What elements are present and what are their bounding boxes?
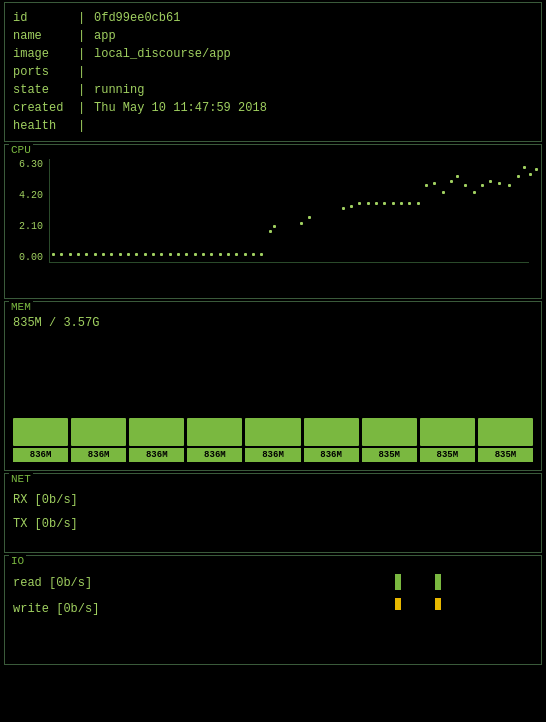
info-val: running bbox=[94, 81, 144, 99]
cpu-dot bbox=[392, 202, 395, 205]
net-label: NET bbox=[9, 473, 33, 485]
mem-label: MEM bbox=[9, 301, 33, 313]
cpu-chart-area bbox=[49, 159, 529, 263]
cpu-chart: 6.30 4.20 2.10 0.00 bbox=[13, 159, 533, 279]
mem-panel: MEM 835M / 3.57G 836M836M836M836M836M836… bbox=[4, 301, 542, 471]
cpu-dot bbox=[269, 230, 272, 233]
mem-bar-block bbox=[13, 418, 68, 446]
cpu-dot bbox=[135, 253, 138, 256]
mem-bar-block bbox=[362, 418, 417, 446]
cpu-dot bbox=[400, 202, 403, 205]
cpu-dot bbox=[498, 182, 501, 185]
info-key: name bbox=[13, 27, 78, 45]
cpu-dot bbox=[456, 175, 459, 178]
io-write-bar bbox=[435, 598, 441, 610]
cpu-dot bbox=[473, 191, 476, 194]
mem-bar: 836M bbox=[71, 418, 126, 462]
io-write-bar bbox=[395, 598, 401, 610]
mem-bar: 836M bbox=[13, 418, 68, 462]
cpu-dot bbox=[152, 253, 155, 256]
mem-bar-block bbox=[187, 418, 242, 446]
net-tx: TX [0b/s] bbox=[13, 512, 533, 536]
info-sep: | bbox=[78, 63, 94, 81]
info-panel: id|0fd99ee0cb61name|appimage|local_disco… bbox=[4, 2, 542, 142]
info-sep: | bbox=[78, 81, 94, 99]
info-key: id bbox=[13, 9, 78, 27]
cpu-dot bbox=[481, 184, 484, 187]
cpu-dot bbox=[219, 253, 222, 256]
cpu-dot bbox=[535, 168, 538, 171]
cpu-label: CPU bbox=[9, 144, 33, 156]
cpu-dot bbox=[358, 202, 361, 205]
info-row: health| bbox=[13, 117, 533, 135]
cpu-dot bbox=[244, 253, 247, 256]
cpu-dot bbox=[127, 253, 130, 256]
info-key: health bbox=[13, 117, 78, 135]
cpu-dot bbox=[523, 166, 526, 169]
cpu-dot bbox=[185, 253, 188, 256]
cpu-dot bbox=[194, 253, 197, 256]
cpu-dot bbox=[464, 184, 467, 187]
cpu-dot bbox=[450, 180, 453, 183]
mem-bar: 836M bbox=[187, 418, 242, 462]
cpu-y-labels: 6.30 4.20 2.10 0.00 bbox=[13, 159, 45, 263]
cpu-dot bbox=[94, 253, 97, 256]
info-sep: | bbox=[78, 99, 94, 117]
cpu-dot bbox=[227, 253, 230, 256]
cpu-dot bbox=[375, 202, 378, 205]
info-row: id|0fd99ee0cb61 bbox=[13, 9, 533, 27]
cpu-dot bbox=[308, 216, 311, 219]
info-row: ports| bbox=[13, 63, 533, 81]
info-key: ports bbox=[13, 63, 78, 81]
info-key: created bbox=[13, 99, 78, 117]
cpu-dot bbox=[383, 202, 386, 205]
cpu-dot bbox=[517, 175, 520, 178]
cpu-dot bbox=[85, 253, 88, 256]
mem-bar-block bbox=[420, 418, 475, 446]
mem-bar: 836M bbox=[129, 418, 184, 462]
mem-bar: 835M bbox=[420, 418, 475, 462]
cpu-panel: CPU 6.30 4.20 2.10 0.00 bbox=[4, 144, 542, 299]
cpu-dot bbox=[60, 253, 63, 256]
mem-bars: 836M836M836M836M836M836M835M835M835M bbox=[13, 418, 533, 462]
io-read-bar bbox=[395, 574, 401, 590]
cpu-dot bbox=[169, 253, 172, 256]
info-sep: | bbox=[78, 27, 94, 45]
cpu-dot bbox=[260, 253, 263, 256]
mem-bar-block bbox=[304, 418, 359, 446]
cpu-dot bbox=[300, 222, 303, 225]
net-rx: RX [0b/s] bbox=[13, 488, 533, 512]
info-val: app bbox=[94, 27, 116, 45]
mem-bar: 835M bbox=[478, 418, 533, 462]
info-sep: | bbox=[78, 9, 94, 27]
cpu-dot bbox=[119, 253, 122, 256]
info-row: name|app bbox=[13, 27, 533, 45]
info-sep: | bbox=[78, 117, 94, 135]
cpu-dot bbox=[433, 182, 436, 185]
mem-bar-block bbox=[478, 418, 533, 446]
cpu-dot bbox=[144, 253, 147, 256]
cpu-dot bbox=[252, 253, 255, 256]
cpu-dot bbox=[77, 253, 80, 256]
cpu-dot bbox=[202, 253, 205, 256]
cpu-dot bbox=[273, 225, 276, 228]
mem-bar-block bbox=[129, 418, 184, 446]
cpu-dot bbox=[177, 253, 180, 256]
info-row: image|local_discourse/app bbox=[13, 45, 533, 63]
cpu-dot bbox=[508, 184, 511, 187]
info-val: 0fd99ee0cb61 bbox=[94, 9, 180, 27]
info-row: state|running bbox=[13, 81, 533, 99]
cpu-dot bbox=[210, 253, 213, 256]
io-label: IO bbox=[9, 555, 26, 567]
cpu-dot bbox=[102, 253, 105, 256]
cpu-dot bbox=[160, 253, 163, 256]
io-chart-area bbox=[333, 570, 533, 656]
net-panel: NET RX [0b/s] TX [0b/s] bbox=[4, 473, 542, 553]
mem-bar-label: 836M bbox=[245, 448, 300, 462]
cpu-dot bbox=[342, 207, 345, 210]
cpu-dot bbox=[417, 202, 420, 205]
mem-usage: 835M / 3.57G bbox=[13, 316, 533, 330]
mem-bar-label: 835M bbox=[478, 448, 533, 462]
mem-bar-block bbox=[245, 418, 300, 446]
mem-bar-label: 836M bbox=[187, 448, 242, 462]
